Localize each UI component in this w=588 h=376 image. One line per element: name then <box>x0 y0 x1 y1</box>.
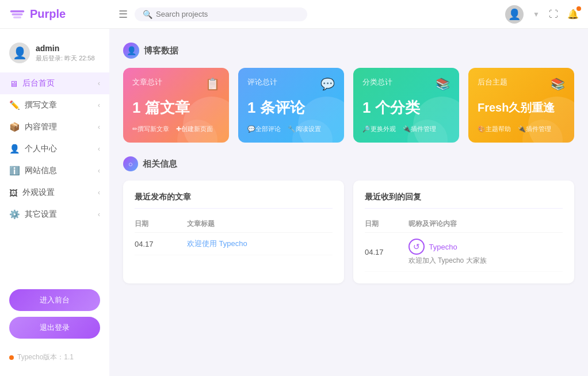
articles-icon: 📋 <box>205 77 220 91</box>
theme-icon: 📚 <box>551 77 565 91</box>
logo-icon <box>9 6 25 22</box>
search-area: 🔍 <box>135 7 307 21</box>
other-label: 其它设置 <box>25 209 57 220</box>
blog-data-title: 👤 博客数据 <box>123 43 574 59</box>
blog-data-label: 博客数据 <box>144 45 178 56</box>
stat-card-articles-header: 文章总计 📋 <box>132 77 220 91</box>
recent-articles-title: 最近发布的文章 <box>135 192 333 209</box>
write-arrow: ‹ <box>98 101 100 109</box>
logo-text: Purple <box>30 7 66 21</box>
recent-comments-title: 最近收到的回复 <box>365 192 563 209</box>
sidebar-last-login: 最后登录: 昨天 22:58 <box>36 54 95 63</box>
sidebar-item-siteinfo[interactable]: ℹ️ 网站信息 ‹ <box>0 160 109 182</box>
user-info: 👤 admin 最后登录: 昨天 22:58 <box>0 38 109 72</box>
sidebar-item-write[interactable]: ✏️ 撰写文章 ‹ <box>0 94 109 116</box>
article-date: 04.17 <box>135 233 187 255</box>
user-details: admin 最后登录: 昨天 22:58 <box>36 44 95 63</box>
article-title: 欢迎使用 Typecho <box>187 233 333 255</box>
blog-data-icon: 👤 <box>123 43 139 59</box>
version-text: Typecho版本：1.1 <box>17 352 74 362</box>
fullscreen-icon[interactable]: ⛶ <box>549 9 558 20</box>
frontend-button[interactable]: 进入前台 <box>9 289 100 311</box>
appearance-arrow: ‹ <box>98 189 100 197</box>
version-info: Typecho版本：1.1 <box>0 348 109 367</box>
layout: 👤 admin 最后登录: 昨天 22:58 🖥 后台首页 ‹ ✏️ 撰写文章 … <box>0 29 588 376</box>
other-icon: ⚙️ <box>9 209 20 220</box>
date-col-header: 日期 <box>135 216 187 233</box>
comment-cell: ↺ Typecho 欢迎加入 Typecho 大家族 <box>408 233 563 272</box>
header: Purple ☰ 🔍 👤 ▼ ⛶ 🔔 <box>0 0 588 29</box>
sidebar-buttons: 进入前台 退出登录 <box>0 280 109 348</box>
sidebar-item-profile[interactable]: 👤 个人中心 ‹ <box>0 138 109 160</box>
main-content: 👤 博客数据 文章总计 📋 1 篇文章 ✏撰写新文章 ✚创建新页面 <box>109 29 588 376</box>
logo-area: Purple <box>9 6 119 22</box>
comment-row: 04.17 ↺ Typecho 欢迎加入 Typecho 大家族 <box>365 233 563 272</box>
related-info-label: 相关信息 <box>143 159 177 170</box>
appearance-icon: 🖼 <box>9 188 18 198</box>
table-row: 04.17 欢迎使用 Typecho <box>135 233 333 255</box>
articles-label: 文章总计 <box>132 77 162 87</box>
avatar-dropdown-arrow[interactable]: ▼ <box>533 10 540 18</box>
profile-icon: 👤 <box>9 144 20 154</box>
stats-grid: 文章总计 📋 1 篇文章 ✏撰写新文章 ✚创建新页面 评论总计 💬 1 条评论 <box>123 68 574 143</box>
recent-comments-table: 日期 昵称及评论内容 04.17 ↺ Typecho <box>365 216 563 272</box>
categories-icon: 📚 <box>436 77 450 91</box>
categories-label: 分类总计 <box>362 77 392 87</box>
siteinfo-icon: ℹ️ <box>9 166 20 176</box>
comment-text: 欢迎加入 Typecho 大家族 <box>408 256 558 266</box>
sidebar-avatar: 👤 <box>9 43 30 63</box>
sidebar-item-other[interactable]: ⚙️ 其它设置 ‹ <box>0 204 109 225</box>
info-icon: ○ <box>123 156 138 171</box>
header-avatar[interactable]: 👤 <box>505 5 524 24</box>
svg-rect-2 <box>13 16 21 18</box>
hamburger-button[interactable]: ☰ <box>119 8 128 21</box>
dashboard-label: 后台首页 <box>22 78 55 89</box>
svg-rect-1 <box>12 13 22 16</box>
sidebar-username: admin <box>36 44 95 53</box>
write-label: 撰写文章 <box>25 100 57 110</box>
siteinfo-label: 网站信息 <box>25 166 57 176</box>
comments-label: 评论总计 <box>247 77 277 87</box>
content-arrow: ‹ <box>98 123 100 131</box>
siteinfo-arrow: ‹ <box>98 167 100 175</box>
all-comments-link[interactable]: 💬全部评论 <box>247 125 281 133</box>
recent-articles-card: 最近发布的文章 日期 文章标题 04.17 欢迎使用 Typecho <box>123 181 344 283</box>
sidebar-nav: 🖥 后台首页 ‹ ✏️ 撰写文章 ‹ 📦 内容管理 ‹ <box>0 72 109 225</box>
write-icon: ✏️ <box>9 100 20 110</box>
dashboard-icon: 🖥 <box>9 79 18 89</box>
content-label: 内容管理 <box>25 122 57 132</box>
header-right: 👤 ▼ ⛶ 🔔 <box>505 5 579 24</box>
comment-date-header: 日期 <box>365 216 408 233</box>
sidebar-item-appearance[interactable]: 🖼 外观设置 ‹ <box>0 182 109 204</box>
stat-card-theme: 后台主题 📚 Fresh久别重逢 🎨主题帮助 🔌插件管理 <box>468 68 574 143</box>
search-input[interactable] <box>156 10 299 18</box>
commenter-row: ↺ Typecho <box>408 239 558 255</box>
sidebar: 👤 admin 最后登录: 昨天 22:58 🖥 后台首页 ‹ ✏️ 撰写文章 … <box>0 29 109 376</box>
search-icon: 🔍 <box>143 10 152 19</box>
commenter-avatar: ↺ <box>408 239 425 255</box>
comment-date: 04.17 <box>365 233 408 272</box>
stat-card-categories: 分类总计 📚 1 个分类 🔎更换外观 🔌插件管理 <box>353 68 459 143</box>
profile-arrow: ‹ <box>98 145 100 153</box>
version-dot <box>9 355 14 360</box>
title-col-header: 文章标题 <box>187 216 333 233</box>
svg-rect-0 <box>10 10 25 13</box>
theme-help-link[interactable]: 🎨主题帮助 <box>478 125 511 133</box>
commenter-name: Typecho <box>429 243 457 251</box>
content-icon: 📦 <box>9 122 20 132</box>
recent-comments-card: 最近收到的回复 日期 昵称及评论内容 04.17 ↺ <box>353 181 574 283</box>
dashboard-arrow: ‹ <box>98 79 100 87</box>
stat-card-theme-header: 后台主题 📚 <box>478 77 565 91</box>
sidebar-item-content[interactable]: 📦 内容管理 ‹ <box>0 116 109 138</box>
article-link[interactable]: 欢迎使用 Typecho <box>187 239 247 248</box>
stat-card-comments: 评论总计 💬 1 条评论 💬全部评论 🔧阅读设置 <box>238 68 344 143</box>
comment-content-header: 昵称及评论内容 <box>408 216 563 233</box>
change-appearance-link[interactable]: 🔎更换外观 <box>362 125 396 133</box>
sidebar-item-dashboard[interactable]: 🖥 后台首页 ‹ <box>0 72 109 94</box>
profile-label: 个人中心 <box>25 144 57 154</box>
write-article-link[interactable]: ✏撰写新文章 <box>132 125 169 133</box>
notification-icon[interactable]: 🔔 <box>567 9 579 20</box>
logout-button[interactable]: 退出登录 <box>9 317 100 339</box>
stat-card-categories-header: 分类总计 📚 <box>362 77 450 91</box>
appearance-label: 外观设置 <box>22 187 55 198</box>
